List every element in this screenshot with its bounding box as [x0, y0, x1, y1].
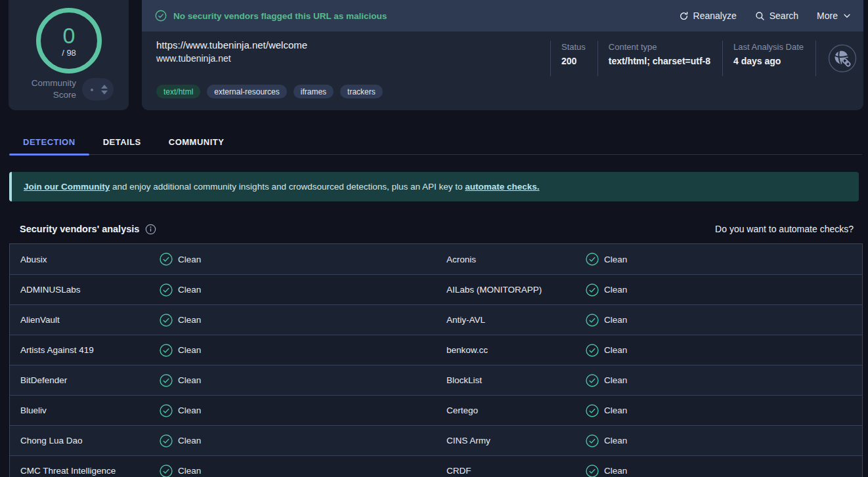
- search-icon: [755, 11, 765, 21]
- vendor-name: BlockList: [436, 375, 586, 385]
- vendor-status: Clean: [178, 315, 201, 325]
- analysis-meta: Status 200 Content type text/html; chars…: [550, 41, 857, 76]
- vendor-name: Acronis: [436, 255, 586, 264]
- table-row: Chong Lua Dao Clean CINS Army Clean: [10, 425, 862, 455]
- vendor-name: AlienVault: [10, 315, 160, 325]
- clean-check-icon: [586, 434, 599, 447]
- info-icon[interactable]: [145, 224, 156, 235]
- clean-check-icon: [586, 374, 599, 387]
- vendor-name: AILabs (MONITORAPP): [436, 285, 586, 295]
- vendor-name: Artists Against 419: [10, 345, 160, 355]
- vendor-status: Clean: [178, 255, 201, 264]
- automate-checks-link[interactable]: automate checks.: [465, 182, 539, 192]
- content-type-label: Content type: [609, 42, 710, 52]
- vendor-status: Clean: [178, 375, 201, 385]
- vendor-status: Clean: [604, 315, 627, 325]
- url-summary-body: https://www.tubeninja.net/welcome www.tu…: [142, 31, 863, 110]
- tab-detection[interactable]: DETECTION: [9, 129, 89, 154]
- community-score-label: Community Score: [27, 77, 76, 101]
- verdict-text: No security vendors flagged this URL as …: [173, 11, 387, 21]
- vendor-status: Clean: [178, 345, 201, 355]
- vendor-status: Clean: [604, 255, 627, 264]
- vendor-status: Clean: [604, 345, 627, 355]
- status-value: 200: [561, 56, 586, 66]
- vendor-status: Clean: [178, 466, 201, 476]
- tag-list: text/html external-resources iframes tra…: [156, 85, 383, 98]
- vote-dot-icon: [91, 89, 93, 91]
- vendors-section-header: Security vendors' analysis Do you want t…: [20, 221, 854, 237]
- search-button[interactable]: Search: [755, 10, 798, 21]
- verdict-banner: No security vendors flagged this URL as …: [142, 0, 863, 31]
- vendor-status: Clean: [178, 436, 201, 446]
- vendor-name: Blueliv: [10, 405, 160, 415]
- url-item-type-icon-wrap: [815, 41, 857, 76]
- vendor-name: ADMINUSLabs: [10, 285, 160, 295]
- reanalyze-button[interactable]: Reanalyze: [679, 10, 737, 21]
- clean-check-icon: [586, 465, 599, 477]
- tag-text-html[interactable]: text/html: [156, 85, 200, 98]
- vendor-name: Certego: [436, 405, 586, 415]
- reanalyze-label: Reanalyze: [693, 10, 737, 21]
- clean-check-icon: [586, 253, 599, 266]
- virustotal-url-report-page: 0 / 98 Community Score No security vendo…: [0, 0, 868, 477]
- table-row: ADMINUSLabs Clean AILabs (MONITORAPP) Cl…: [10, 274, 862, 304]
- detection-score-value: 0: [63, 24, 76, 47]
- table-row: AlienVault Clean Antiy-AVL Clean: [10, 304, 862, 335]
- table-row: Abusix Clean Acronis Clean: [10, 244, 862, 274]
- vendor-status: Clean: [604, 375, 627, 385]
- automate-checks-question[interactable]: Do you want to automate checks?: [715, 224, 854, 234]
- join-community-link[interactable]: Join our Community: [24, 182, 110, 192]
- community-score-card: 0 / 98 Community Score: [9, 0, 129, 110]
- tag-iframes[interactable]: iframes: [293, 85, 334, 98]
- clean-check-icon: [586, 314, 599, 327]
- vendor-name: CRDF: [436, 466, 586, 476]
- vendor-name: benkow.cc: [436, 345, 586, 355]
- vendor-name: Antiy-AVL: [436, 315, 586, 325]
- chevron-down-icon: [842, 11, 852, 20]
- join-community-body: and enjoy additional community insights …: [110, 182, 465, 192]
- vendor-status: Clean: [604, 436, 627, 446]
- clean-check-icon: [160, 404, 173, 417]
- vendor-status: Clean: [604, 466, 627, 476]
- check-circle-icon: [155, 10, 167, 22]
- content-type-value: text/html; charset=utf-8: [609, 56, 710, 66]
- vendor-status: Clean: [178, 285, 201, 295]
- tab-community[interactable]: COMMUNITY: [155, 129, 238, 154]
- tab-details[interactable]: DETAILS: [89, 129, 155, 154]
- vote-up-icon[interactable]: [101, 85, 108, 89]
- clean-check-icon: [160, 374, 173, 387]
- vote-down-icon[interactable]: [101, 91, 108, 94]
- clean-check-icon: [586, 283, 599, 297]
- clean-check-icon: [586, 404, 599, 417]
- vendors-section-title: Security vendors' analysis: [20, 224, 139, 234]
- search-label: Search: [770, 10, 798, 21]
- content-type-meta: Content type text/html; charset=utf-8: [597, 41, 722, 76]
- analyzed-url[interactable]: https://www.tubeninja.net/welcome: [156, 39, 307, 51]
- vendor-name: CMC Threat Intelligence: [10, 466, 160, 476]
- clean-check-icon: [160, 434, 173, 447]
- vendor-name: CINS Army: [436, 436, 586, 446]
- url-summary-card: No security vendors flagged this URL as …: [142, 0, 863, 110]
- vendor-status: Clean: [604, 285, 627, 295]
- more-button[interactable]: More: [817, 10, 852, 21]
- vendor-status: Clean: [178, 405, 201, 415]
- detection-score-denominator: / 98: [62, 48, 76, 58]
- clean-check-icon: [160, 314, 173, 327]
- table-row: BitDefender Clean BlockList Clean: [10, 365, 862, 395]
- table-row: Artists Against 419 Clean benkow.cc Clea…: [10, 335, 862, 365]
- reanalyze-icon: [679, 11, 689, 21]
- community-vote-widget[interactable]: [82, 78, 114, 100]
- clean-check-icon: [160, 344, 173, 357]
- globe-link-icon: [828, 44, 857, 73]
- tag-trackers[interactable]: trackers: [340, 85, 383, 98]
- status-meta: Status 200: [550, 41, 597, 76]
- last-analysis-label: Last Analysis Date: [733, 42, 804, 52]
- status-label: Status: [561, 42, 586, 52]
- tag-external-resources[interactable]: external-resources: [207, 85, 286, 98]
- detection-score-gauge: 0 / 98: [36, 8, 102, 73]
- clean-check-icon: [160, 465, 173, 477]
- clean-check-icon: [586, 344, 599, 357]
- vendor-status: Clean: [604, 405, 627, 415]
- table-row: Blueliv Clean Certego Clean: [10, 395, 862, 425]
- analyzed-domain[interactable]: www.tubeninja.net: [156, 53, 231, 64]
